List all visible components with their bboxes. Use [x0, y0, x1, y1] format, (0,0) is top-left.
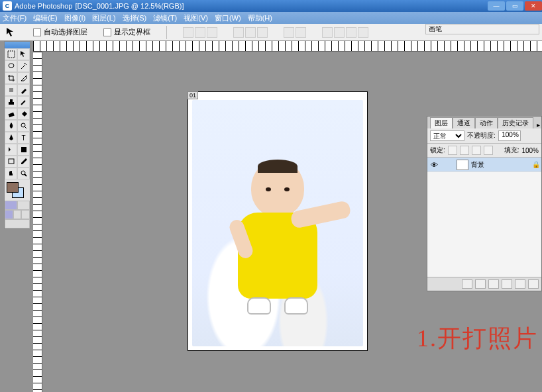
- lock-position-icon[interactable]: [472, 146, 481, 155]
- mask-button[interactable]: [475, 279, 486, 289]
- lock-row: 锁定: 填充: 100%: [427, 144, 541, 158]
- opacity-value[interactable]: 100%: [498, 130, 521, 141]
- document-canvas[interactable]: 01: [188, 91, 368, 351]
- quickmask-mode[interactable]: [17, 201, 30, 210]
- fill-value[interactable]: 100%: [521, 147, 539, 154]
- opacity-label: 不透明度:: [467, 131, 496, 140]
- history-brush-tool[interactable]: [17, 96, 30, 108]
- eraser-tool[interactable]: [5, 108, 17, 120]
- fx-button[interactable]: [462, 279, 472, 289]
- adjustment-button[interactable]: [502, 279, 512, 289]
- svg-line-5: [25, 126, 27, 128]
- layer-row[interactable]: 👁 背景 🔒: [427, 158, 541, 172]
- auto-select-checkbox[interactable]: 自动选择图层: [33, 27, 87, 37]
- move-tool-icon: [5, 26, 17, 38]
- brush-selector[interactable]: 画笔: [425, 24, 539, 34]
- align-right-button[interactable]: [257, 27, 268, 38]
- heal-tool[interactable]: [5, 84, 17, 96]
- move-tool[interactable]: [17, 48, 30, 60]
- visibility-icon[interactable]: 👁: [427, 161, 441, 169]
- distribute-buttons-2: [322, 27, 368, 38]
- menu-edit[interactable]: 编辑(E): [33, 13, 58, 23]
- foreground-color[interactable]: [7, 182, 19, 193]
- eyedropper-tool[interactable]: [17, 156, 30, 168]
- brush-label-text: 画笔: [429, 24, 442, 34]
- folder-button[interactable]: [488, 279, 499, 289]
- menu-window[interactable]: 窗口(W): [215, 13, 241, 23]
- path-tool[interactable]: [5, 144, 17, 156]
- color-swatches[interactable]: [5, 179, 30, 201]
- new-layer-button[interactable]: [515, 279, 525, 289]
- menu-bar: 文件(F) 编辑(E) 图像(I) 图层(L) 选择(S) 滤镜(T) 视图(V…: [0, 12, 542, 24]
- minimize-button[interactable]: —: [488, 1, 505, 11]
- align-top-button[interactable]: [183, 27, 193, 38]
- screen-full-menu[interactable]: [13, 210, 22, 219]
- svg-rect-0: [8, 51, 15, 58]
- close-button[interactable]: ✕: [525, 1, 542, 11]
- menu-layer[interactable]: 图层(L): [92, 13, 115, 23]
- wand-tool[interactable]: [17, 60, 30, 72]
- canvas-index: 01: [188, 91, 198, 99]
- photo-subject: [228, 160, 327, 325]
- screen-mode-row: [5, 210, 30, 219]
- shape-tool[interactable]: [17, 144, 30, 156]
- notes-tool[interactable]: [5, 156, 17, 168]
- menu-image[interactable]: 图像(I): [64, 13, 85, 23]
- tab-channels[interactable]: 通道: [453, 117, 475, 128]
- tab-history[interactable]: 历史记录: [498, 117, 533, 128]
- align-left-button[interactable]: [233, 27, 244, 38]
- marquee-tool[interactable]: [5, 48, 17, 60]
- show-bounds-checkbox[interactable]: 显示定界框: [103, 27, 150, 37]
- hand-tool[interactable]: [5, 168, 17, 179]
- toolbox-header[interactable]: [5, 42, 30, 48]
- standard-mode[interactable]: [5, 201, 17, 210]
- maximize-button[interactable]: ▭: [506, 1, 523, 11]
- slice-tool[interactable]: [17, 72, 30, 84]
- blur-tool[interactable]: [5, 120, 17, 132]
- distribute-4-button[interactable]: [334, 27, 345, 38]
- menu-file[interactable]: 文件(F): [3, 13, 27, 23]
- dodge-tool[interactable]: [17, 120, 30, 132]
- lock-all-icon[interactable]: [484, 146, 493, 155]
- align-middle-button[interactable]: [195, 27, 205, 38]
- separator: [166, 26, 167, 39]
- align-bottom-button[interactable]: [207, 27, 217, 38]
- distribute-5-button[interactable]: [346, 27, 356, 38]
- distribute-6-button[interactable]: [358, 27, 368, 38]
- stamp-tool[interactable]: [5, 96, 17, 108]
- svg-line-9: [25, 174, 27, 176]
- crop-tool[interactable]: [5, 72, 17, 84]
- blend-mode-select[interactable]: 正常: [430, 130, 464, 141]
- screen-standard[interactable]: [5, 210, 13, 219]
- lock-pixels-icon[interactable]: [460, 146, 469, 155]
- tab-layers[interactable]: 图层: [430, 117, 453, 128]
- menu-view[interactable]: 视图(V): [184, 13, 208, 23]
- layers-panel: 图层 通道 动作 历史记录 ▸ 正常 不透明度: 100% 锁定: 填充: 10…: [427, 116, 542, 291]
- bucket-tool[interactable]: [17, 108, 30, 120]
- panel-menu-icon[interactable]: ▸: [537, 121, 540, 128]
- align-center-button[interactable]: [245, 27, 256, 38]
- menu-select[interactable]: 选择(S): [123, 13, 147, 23]
- type-tool[interactable]: T: [17, 132, 30, 144]
- pen-tool[interactable]: [5, 132, 17, 144]
- screen-full[interactable]: [21, 210, 30, 219]
- jump-to-button[interactable]: [5, 219, 30, 228]
- distribute-v-button[interactable]: [296, 27, 306, 38]
- brush-tool[interactable]: [17, 84, 30, 96]
- trash-button[interactable]: [528, 279, 539, 289]
- tab-actions[interactable]: 动作: [475, 117, 498, 128]
- lock-transparent-icon[interactable]: [448, 146, 457, 155]
- checkbox-icon: [103, 28, 111, 36]
- distribute-3-button[interactable]: [322, 27, 333, 38]
- svg-point-1: [9, 64, 14, 68]
- auto-select-label: 自动选择图层: [44, 27, 87, 37]
- menu-filter[interactable]: 滤镜(T): [153, 13, 177, 23]
- distribute-h-button[interactable]: [284, 27, 294, 38]
- tutorial-annotation: 1.开打照片: [417, 322, 538, 355]
- lasso-tool[interactable]: [5, 60, 17, 72]
- vertical-ruler: [33, 52, 42, 392]
- menu-help[interactable]: 帮助(H): [248, 13, 272, 23]
- zoom-tool[interactable]: [17, 168, 30, 179]
- horizontal-ruler: [33, 41, 542, 52]
- show-bounds-label: 显示定界框: [114, 27, 150, 37]
